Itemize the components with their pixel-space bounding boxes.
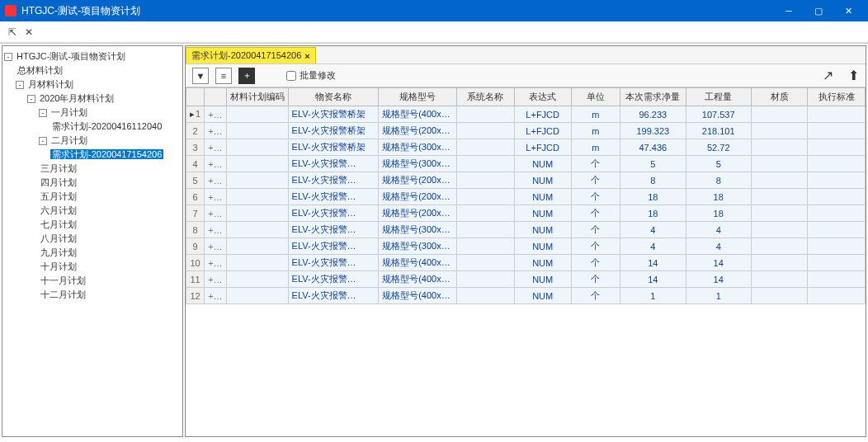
- toolbar-btn-2[interactable]: ≡: [215, 68, 232, 84]
- cell-name[interactable]: ELV-火灾报警桥架: [288, 106, 379, 123]
- cell-std[interactable]: [808, 222, 866, 238]
- cell-mat[interactable]: [751, 205, 808, 222]
- cell-eng[interactable]: 4: [686, 222, 751, 238]
- cell-eng[interactable]: 18: [686, 205, 751, 222]
- cell-sys[interactable]: [457, 106, 514, 123]
- cell-expr[interactable]: L+FJCD: [514, 106, 571, 123]
- cell-unit[interactable]: m: [571, 123, 620, 139]
- table-row[interactable]: 7+…ELV-火灾报警…规格型号(200x…NUM个1818: [186, 205, 866, 222]
- col-code[interactable]: 材料计划编码: [226, 88, 288, 106]
- cell-name[interactable]: ELV-火灾报警桥架: [288, 139, 379, 156]
- export-icon[interactable]: ↗: [823, 68, 833, 83]
- col-mat[interactable]: 材质: [751, 88, 808, 106]
- tree-item-m3[interactable]: 三月计划: [39, 163, 78, 173]
- tree-item-m6[interactable]: 六月计划: [39, 205, 78, 215]
- cell-sys[interactable]: [457, 205, 514, 222]
- col-sys[interactable]: 系统名称: [457, 88, 514, 106]
- tree-item-m9[interactable]: 九月计划: [39, 247, 78, 257]
- col-std[interactable]: 执行标准: [808, 88, 866, 106]
- cell-spec[interactable]: 规格型号(300x…: [379, 139, 457, 156]
- cell-code[interactable]: [226, 123, 288, 139]
- table-row[interactable]: 8+…ELV-火灾报警…规格型号(300x…NUM个44: [186, 222, 866, 238]
- col-qty[interactable]: 本次需求净量: [620, 88, 686, 106]
- cell-std[interactable]: [808, 139, 866, 156]
- batch-edit-checkbox[interactable]: 批量修改: [286, 69, 336, 82]
- cell-name[interactable]: ELV-火灾报警…: [288, 271, 379, 288]
- cell-expr[interactable]: NUM: [514, 205, 571, 222]
- cell-unit[interactable]: 个: [571, 172, 620, 189]
- cell-qty[interactable]: 14: [620, 271, 686, 288]
- col-unit[interactable]: 单位: [571, 88, 620, 106]
- toolbar-add-button[interactable]: ＋: [238, 68, 255, 84]
- cell-code[interactable]: [226, 255, 288, 271]
- cell-sys[interactable]: [457, 288, 514, 304]
- tree-item-m2[interactable]: 二月计划: [50, 135, 89, 145]
- table-row[interactable]: 10+…ELV-火灾报警…规格型号(400x…NUM个1414: [186, 255, 866, 271]
- cell-name[interactable]: ELV-火灾报警…: [288, 238, 379, 255]
- cell-eng[interactable]: 107.537: [686, 106, 751, 123]
- cell-sys[interactable]: [457, 139, 514, 156]
- table-row[interactable]: 9+…ELV-火灾报警…规格型号(300x…NUM个44: [186, 238, 866, 255]
- table-row[interactable]: 6+…ELV-火灾报警…规格型号(200x…NUM个1818: [186, 189, 866, 205]
- cell-spec[interactable]: 规格型号(300x…: [379, 156, 457, 172]
- cell-std[interactable]: [808, 172, 866, 189]
- cell-std[interactable]: [808, 106, 866, 123]
- tree-toggle-icon[interactable]: -: [39, 109, 47, 117]
- col-name[interactable]: 物资名称: [288, 88, 379, 106]
- tree-item-m10[interactable]: 十月计划: [39, 261, 78, 271]
- row-expand-icon[interactable]: +…: [205, 238, 226, 255]
- row-expand-icon[interactable]: +…: [205, 255, 226, 271]
- close-button[interactable]: ✕: [833, 0, 863, 21]
- tree-item-2020[interactable]: 2020年月材料计划: [38, 93, 116, 103]
- cell-code[interactable]: [226, 222, 288, 238]
- cell-eng[interactable]: 4: [686, 238, 751, 255]
- cell-mat[interactable]: [751, 189, 808, 205]
- cell-spec[interactable]: 规格型号(400x…: [379, 255, 457, 271]
- cell-mat[interactable]: [751, 271, 808, 288]
- cell-expr[interactable]: L+FJCD: [514, 123, 571, 139]
- tree-item-m11[interactable]: 十一月计划: [39, 275, 87, 285]
- cell-unit[interactable]: m: [571, 139, 620, 156]
- cell-spec[interactable]: 规格型号(200x…: [379, 205, 457, 222]
- cell-qty[interactable]: 4: [620, 222, 686, 238]
- cell-mat[interactable]: [751, 288, 808, 304]
- row-expand-icon[interactable]: +…: [205, 205, 226, 222]
- cell-code[interactable]: [226, 238, 288, 255]
- cell-mat[interactable]: [751, 106, 808, 123]
- tree-item-m8[interactable]: 八月计划: [39, 233, 78, 243]
- col-expr[interactable]: 表达式: [514, 88, 571, 106]
- cell-spec[interactable]: 规格型号(200x…: [379, 123, 457, 139]
- row-expand-icon[interactable]: +…: [205, 189, 226, 205]
- cell-sys[interactable]: [457, 222, 514, 238]
- cell-expr[interactable]: NUM: [514, 189, 571, 205]
- cell-mat[interactable]: [751, 222, 808, 238]
- cell-code[interactable]: [226, 189, 288, 205]
- tree-item-m1[interactable]: 一月计划: [50, 107, 89, 117]
- tree-toggle-icon[interactable]: -: [16, 81, 24, 89]
- cell-unit[interactable]: 个: [571, 271, 620, 288]
- table-row[interactable]: 11+…ELV-火灾报警…规格型号(400x…NUM个1414: [186, 271, 866, 288]
- cell-qty[interactable]: 18: [620, 205, 686, 222]
- cell-std[interactable]: [808, 205, 866, 222]
- cell-sys[interactable]: [457, 271, 514, 288]
- col-spec[interactable]: 规格型号: [379, 88, 457, 106]
- cell-std[interactable]: [808, 156, 866, 172]
- cell-unit[interactable]: 个: [571, 238, 620, 255]
- cell-name[interactable]: ELV-火灾报警…: [288, 189, 379, 205]
- cell-mat[interactable]: [751, 156, 808, 172]
- tree-item-month[interactable]: 月材料计划: [26, 79, 75, 89]
- cell-qty[interactable]: 14: [620, 255, 686, 271]
- cell-expr[interactable]: NUM: [514, 238, 571, 255]
- cell-sys[interactable]: [457, 238, 514, 255]
- cell-expr[interactable]: NUM: [514, 172, 571, 189]
- cell-expr[interactable]: NUM: [514, 288, 571, 304]
- cell-code[interactable]: [226, 288, 288, 304]
- cell-spec[interactable]: 规格型号(200x…: [379, 189, 457, 205]
- row-expand-icon[interactable]: +…: [205, 106, 226, 123]
- cell-qty[interactable]: 47.436: [620, 139, 686, 156]
- cell-mat[interactable]: [751, 238, 808, 255]
- table-row[interactable]: 4+…ELV-火灾报警…规格型号(300x…NUM个55: [186, 156, 866, 172]
- cell-eng[interactable]: 8: [686, 172, 751, 189]
- table-row[interactable]: 3+…ELV-火灾报警桥架规格型号(300x…L+FJCDm47.43652.7…: [186, 139, 866, 156]
- cell-unit[interactable]: 个: [571, 156, 620, 172]
